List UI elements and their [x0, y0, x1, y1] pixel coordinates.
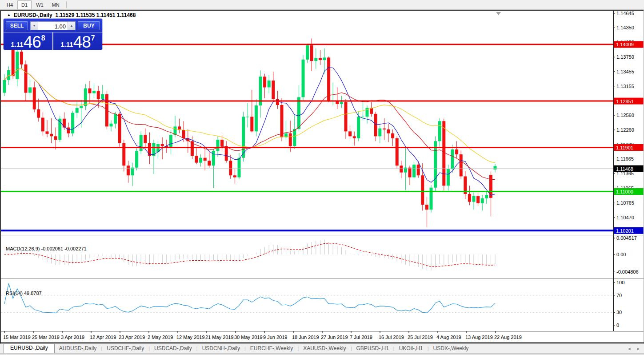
candle-body: [80, 106, 83, 108]
candle-body: [46, 131, 49, 133]
tab-scroll-left-icon[interactable]: ◄: [627, 347, 631, 351]
volume-spinner: ▼ 1.00 ▲: [30, 21, 76, 30]
candle-body: [199, 158, 202, 163]
date-label: 23 Apr 2019: [119, 335, 145, 340]
price-tick-label: 1.11665: [616, 156, 634, 161]
candle-body: [361, 117, 364, 117]
timeframe-button-w1[interactable]: W1: [32, 0, 48, 9]
candle-body: [417, 165, 420, 175]
chart-tab-usdcnh-daily[interactable]: USDCNH-,Daily: [198, 344, 244, 353]
candle-body: [348, 131, 352, 136]
sell-price-prefix: 1.11: [11, 40, 23, 48]
volume-increase-button[interactable]: ▲: [68, 22, 75, 30]
candle-body: [476, 196, 480, 203]
candle-body: [238, 158, 241, 178]
date-label: 3 Apr 2019: [61, 335, 84, 340]
rsi-tick-label: 70: [616, 293, 622, 298]
candle-body: [472, 196, 476, 202]
candle-body: [127, 165, 130, 175]
candle-body: [289, 133, 292, 146]
candle-body: [327, 57, 330, 101]
sell-price-sup: 8: [41, 34, 45, 42]
price-tick-label: 1.13455: [616, 69, 634, 74]
volume-input[interactable]: 1.00: [38, 22, 68, 30]
chart-tab-usdcad-daily[interactable]: USDCAD-,Daily: [150, 344, 196, 353]
chart-tab-xauusd-weekly[interactable]: XAUUSD-,Weekly: [299, 344, 350, 353]
date-label: 9 Jun 2019: [263, 335, 287, 340]
trade-panel-prices: 1.11 46 8 1.11 48 7: [4, 32, 102, 51]
date-label: 27 Jun 2019: [321, 335, 348, 340]
candle-body: [489, 175, 492, 198]
volume-decrease-button[interactable]: ▼: [31, 22, 38, 30]
candle-body: [250, 117, 253, 131]
chart-tab-eurusd-daily[interactable]: EURUSD-,Daily: [4, 343, 55, 353]
candle-body: [169, 135, 172, 148]
chart-tab-ukoil-h1[interactable]: UKOil-,H1: [395, 344, 428, 353]
candle-body: [272, 81, 275, 99]
chart-tab-gbpusd-h1[interactable]: GBPUSD-,H1: [352, 344, 393, 353]
candle-body: [204, 158, 207, 161]
bid-price-tag-label: 1.11468: [616, 166, 633, 172]
price-tick-label: 1.12260: [616, 127, 634, 133]
tab-scroll-right-icon[interactable]: ►: [636, 347, 640, 351]
timeframe-button-mn[interactable]: MN: [48, 0, 64, 9]
date-label: 13 Aug 2019: [465, 335, 493, 340]
candle-body: [140, 135, 143, 151]
candle-body: [404, 168, 407, 173]
candle-body: [485, 195, 488, 198]
candle-body: [302, 60, 305, 97]
candle-body: [293, 129, 296, 146]
timeframe-button-h4[interactable]: H4: [3, 0, 17, 9]
buy-price-display[interactable]: 1.11 48 7: [53, 32, 102, 51]
sell-button[interactable]: SELL: [6, 21, 28, 30]
chart-tab-eurchf-weekly[interactable]: EURCHF-,Weekly: [246, 344, 297, 353]
price-tick-label: 1.14350: [616, 25, 634, 30]
candle-body: [182, 130, 185, 138]
candle-body: [314, 58, 317, 61]
hline-price-tag-label: 1.14009: [616, 42, 634, 47]
candle-body: [28, 87, 32, 93]
date-label: 16 Jul 2019: [379, 335, 404, 340]
timeframe-toolbar: H4D1W1MN: [0, 0, 644, 10]
chart-tab-audusd-daily[interactable]: AUDUSD-,Daily: [55, 344, 101, 353]
macd-tick-label: 0.004517: [616, 235, 637, 241]
candle-body: [3, 80, 6, 93]
rsi-indicator-label: RSI(14) 49.8787: [6, 290, 42, 296]
candle-body: [387, 129, 390, 133]
candle-body: [76, 108, 79, 113]
candle-body: [37, 109, 40, 118]
candle-body: [71, 113, 74, 133]
trade-panel-top-row: SELL ▼ 1.00 ▲ BUY: [4, 19, 102, 32]
timeframe-button-d1[interactable]: D1: [17, 0, 32, 9]
chart-canvas[interactable]: 1.146451.143501.140551.137501.134551.131…: [0, 10, 644, 343]
date-label: 7 Jul 2019: [350, 335, 372, 340]
candle-body: [20, 52, 23, 65]
buy-price-sup: 7: [91, 34, 95, 42]
candle-body: [442, 121, 445, 186]
candle-body: [451, 149, 454, 169]
candle-body: [353, 136, 356, 138]
candle-body: [50, 134, 53, 136]
hline-price-tag-label: 1.11901: [616, 145, 633, 150]
candle-body: [447, 169, 450, 186]
chart-tab-usdx-weekly[interactable]: USDX-,Weekly: [429, 344, 473, 353]
price-tick-label: 1.13155: [616, 84, 634, 89]
date-label: 12 May 2019: [176, 335, 205, 340]
buy-button[interactable]: BUY: [78, 21, 100, 30]
candle-body: [12, 48, 15, 76]
candle-body: [24, 65, 28, 93]
sell-price-big: 46: [24, 35, 41, 50]
date-label: 12 Apr 2019: [90, 335, 116, 340]
rsi-tick-label: 0: [616, 323, 619, 328]
candle-body: [122, 143, 125, 166]
collapse-panel-icon[interactable]: ▲: [7, 13, 11, 17]
candle-body: [63, 119, 66, 128]
candle-body: [323, 57, 326, 60]
date-label: 25 Jul 2019: [408, 335, 433, 340]
chart-tab-usdchf-daily[interactable]: USDCHF-,Daily: [102, 344, 148, 353]
hline-price-tag-label: 1.10201: [616, 228, 634, 234]
candle-body: [481, 198, 484, 203]
sell-price-display[interactable]: 1.11 46 8: [4, 32, 53, 51]
candle-body: [306, 45, 309, 60]
candle-body: [84, 89, 87, 106]
